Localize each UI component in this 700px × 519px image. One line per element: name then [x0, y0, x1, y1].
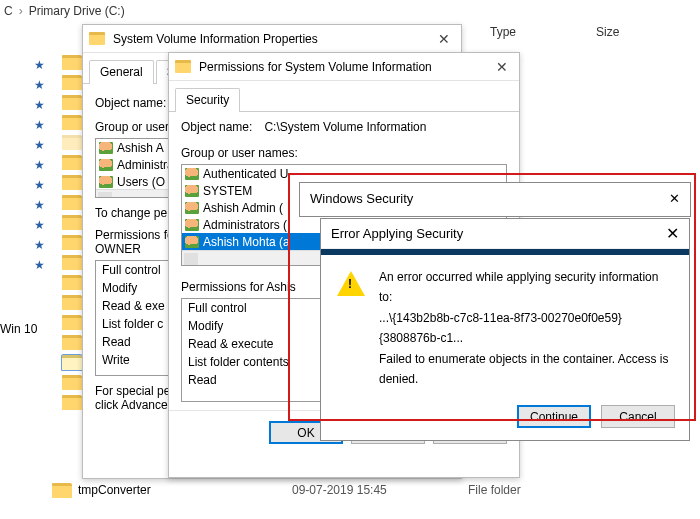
users-icon: [99, 159, 113, 171]
folder-icon[interactable]: [62, 335, 82, 350]
tab-general[interactable]: General: [89, 60, 154, 84]
breadcrumb-item[interactable]: Primary Drive (C:): [29, 4, 125, 18]
tabs: Security: [169, 81, 519, 112]
list-item-label: Ashish Mohta (a: [203, 235, 290, 249]
sidebar-item-label: Win 10: [0, 322, 37, 336]
pin-icon: ★: [34, 78, 45, 90]
users-icon: [185, 202, 199, 214]
pinned-indicators: ★ ★ ★ ★ ★ ★ ★ ★ ★ ★ ★: [28, 54, 48, 274]
pin-icon: ★: [34, 238, 45, 250]
folder-icon: [175, 60, 191, 73]
window-title: Permissions for System Volume Informatio…: [199, 60, 483, 74]
error-line-1: An error occurred while applying securit…: [379, 267, 673, 308]
column-header-size[interactable]: Size: [596, 25, 619, 39]
list-item-label: Ashish A: [117, 141, 164, 155]
users-icon: [185, 219, 199, 231]
pin-icon: ★: [34, 198, 45, 210]
error-dialog[interactable]: Error Applying Security ✕ An error occur…: [320, 218, 690, 441]
list-item-label: Ashish Admin (: [203, 201, 283, 215]
folder-icon[interactable]: [62, 355, 82, 370]
tab-security[interactable]: Security: [175, 88, 240, 112]
pin-icon: ★: [34, 218, 45, 230]
error-line-2: ...\{143b2b8b-c7c8-11ea-8f73-00270e0f0e5…: [379, 308, 673, 349]
folder-icon[interactable]: [62, 395, 82, 410]
folder-icon[interactable]: [62, 155, 82, 170]
scroll-left-icon[interactable]: [184, 253, 198, 265]
error-line-3: Failed to enumerate objects in the conta…: [379, 349, 673, 390]
pin-icon: ★: [34, 138, 45, 150]
close-icon[interactable]: ✕: [491, 59, 513, 75]
cancel-button[interactable]: Cancel: [601, 405, 675, 428]
explorer-rows-bottom: tmpConverter 09-07-2019 15:45 File folde…: [52, 480, 652, 500]
pin-icon: ★: [34, 158, 45, 170]
object-name-row: Object name: C:\System Volume Informatio…: [181, 120, 507, 134]
close-icon[interactable]: ✕: [433, 31, 455, 47]
folder-icon[interactable]: [62, 215, 82, 230]
object-name-value: C:\System Volume Information: [264, 120, 426, 134]
titlebar[interactable]: System Volume Information Properties ✕: [83, 25, 461, 53]
window-title: System Volume Information Properties: [113, 32, 425, 46]
folder-icon[interactable]: [62, 55, 82, 70]
warning-icon: [337, 271, 365, 296]
button-row: Continue Cancel: [321, 397, 689, 440]
error-messages: An error occurred while applying securit…: [379, 267, 673, 389]
list-item[interactable]: tmpConverter 09-07-2019 15:45 File folde…: [52, 480, 652, 500]
column-header-type[interactable]: Type: [490, 25, 516, 39]
folder-icon[interactable]: [62, 175, 82, 190]
pin-icon: ★: [34, 258, 45, 270]
object-name-label: Object name:: [181, 120, 252, 134]
titlebar[interactable]: Permissions for System Volume Informatio…: [169, 53, 519, 81]
users-icon: [185, 185, 199, 197]
folder-icon[interactable]: [62, 235, 82, 250]
list-item-label: Users (O: [117, 175, 165, 189]
folder-icon[interactable]: [62, 275, 82, 290]
window-title: Error Applying Security: [331, 226, 463, 241]
list-item-label: Administrators (: [203, 218, 287, 232]
folder-icon[interactable]: [62, 75, 82, 90]
list-item[interactable]: Authenticated U: [182, 165, 506, 182]
breadcrumb-item[interactable]: C: [4, 4, 13, 18]
folder-icon[interactable]: [62, 95, 82, 110]
pin-icon: ★: [34, 118, 45, 130]
pin-icon: ★: [34, 98, 45, 110]
folder-icon[interactable]: [62, 315, 82, 330]
close-icon[interactable]: ✕: [669, 191, 680, 206]
folder-icon: [89, 32, 105, 45]
item-type: File folder: [468, 483, 521, 497]
continue-button[interactable]: Continue: [517, 405, 591, 428]
users-icon: [185, 168, 199, 180]
list-item-label: Administra: [117, 158, 174, 172]
folder-icon[interactable]: [62, 115, 82, 130]
list-item-label: SYSTEM: [203, 184, 252, 198]
scroll-left-icon[interactable]: [98, 192, 112, 199]
chevron-right-icon: ›: [19, 4, 23, 18]
pin-icon: ★: [34, 58, 45, 70]
users-icon: [99, 176, 113, 188]
close-icon[interactable]: ✕: [666, 224, 679, 243]
list-item-label: Authenticated U: [203, 167, 288, 181]
windows-security-dialog[interactable]: Windows Security ✕: [299, 182, 691, 217]
pin-icon: ★: [34, 178, 45, 190]
group-label: Group or user names:: [181, 146, 507, 160]
breadcrumb[interactable]: C › Primary Drive (C:): [0, 0, 125, 22]
titlebar[interactable]: Error Applying Security ✕: [321, 219, 689, 249]
folder-icon: [52, 483, 72, 498]
folder-icon[interactable]: [62, 375, 82, 390]
users-icon: [99, 142, 113, 154]
folder-icon[interactable]: [62, 195, 82, 210]
item-date: 09-07-2019 15:45: [292, 483, 492, 497]
window-title: Windows Security: [310, 191, 413, 206]
folder-icon[interactable]: [62, 295, 82, 310]
folder-icon[interactable]: [62, 135, 82, 150]
explorer-column-headers: Type Size: [490, 25, 619, 39]
sidebar-item-win10[interactable]: Win 10: [0, 322, 37, 336]
item-name: tmpConverter: [78, 483, 151, 497]
users-icon: [185, 236, 199, 248]
titlebar[interactable]: Windows Security ✕: [300, 183, 690, 213]
folder-icon[interactable]: [62, 255, 82, 270]
